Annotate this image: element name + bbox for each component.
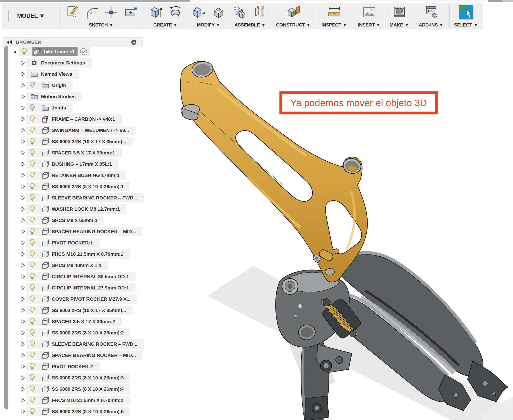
- visibility-bulb-icon[interactable]: [29, 408, 36, 415]
- select-cursor-icon[interactable]: [459, 5, 474, 20]
- tree-row[interactable]: COVER PIVOT ROCKER M27.9 X...: [3, 293, 143, 305]
- tree-row[interactable]: BUSHING – 17mm X 85L:1: [3, 158, 143, 170]
- sketch-arc-icon[interactable]: [84, 5, 99, 20]
- expander-icon[interactable]: [20, 60, 26, 66]
- expander-icon[interactable]: [20, 386, 26, 392]
- expander-icon[interactable]: [20, 240, 26, 246]
- expander-icon[interactable]: [20, 116, 26, 122]
- insert-menu[interactable]: INSERT ▼: [353, 22, 386, 28]
- sketch-rectangle-icon[interactable]: [123, 5, 138, 20]
- tree-row[interactable]: PIVOT ROCKER:2: [3, 361, 143, 372]
- expander-icon[interactable]: [20, 364, 26, 369]
- new-component-icon[interactable]: [233, 5, 248, 20]
- tree-row[interactable]: FRAME – CARBON -> v48:1: [3, 113, 143, 125]
- tree-row[interactable]: SPACER BEARING ROCKER – MID...: [3, 226, 143, 237]
- tree-row[interactable]: CIRCLIP INTERNAL 36.5mm OD:1: [3, 271, 143, 282]
- sketch-point-icon[interactable]: [103, 5, 118, 20]
- tree-row[interactable]: SWINGARM – WELDMENT -> v3...: [3, 125, 143, 136]
- visibility-bulb-icon[interactable]: [29, 374, 36, 382]
- expander-icon[interactable]: [20, 161, 26, 167]
- tree-row[interactable]: WASHER LOCK M8 12.7mm:1: [3, 203, 143, 215]
- tree-row[interactable]: Named Views: [3, 68, 143, 80]
- inspect-menu[interactable]: INSPECT ▼: [316, 22, 353, 28]
- expander-icon[interactable]: [20, 172, 26, 178]
- expander-icon[interactable]: [20, 375, 26, 381]
- measure-icon[interactable]: [327, 5, 342, 20]
- select-menu[interactable]: SELECT ▼: [449, 22, 483, 28]
- tree-row[interactable]: SS 6003 2RS (10 X 17 X 35mm)...: [3, 305, 143, 316]
- expander-icon[interactable]: [20, 251, 26, 257]
- modify-menu[interactable]: MODIFY ▼: [188, 22, 229, 28]
- expander-icon[interactable]: [20, 274, 26, 279]
- joint-icon[interactable]: [253, 5, 268, 20]
- workspace-switcher[interactable]: MODEL ▼: [2, 3, 60, 29]
- expander-icon[interactable]: [20, 105, 26, 111]
- tree-row[interactable]: SPACER 3.5 X 17 X 30mm:2: [3, 316, 143, 327]
- expander-icon[interactable]: [20, 308, 26, 313]
- visibility-bulb-icon[interactable]: [29, 194, 36, 202]
- visibility-bulb-icon[interactable]: [29, 385, 36, 393]
- visibility-bulb-icon[interactable]: [29, 307, 36, 314]
- expander-icon[interactable]: [20, 296, 26, 302]
- visibility-bulb-icon[interactable]: [29, 239, 36, 247]
- tree-row[interactable]: RETAINER BUSHING 17mm:1: [3, 170, 143, 181]
- chamfer-icon[interactable]: [211, 5, 226, 20]
- revolve-icon[interactable]: [168, 5, 183, 20]
- visibility-bulb-icon[interactable]: [29, 397, 36, 404]
- visibility-bulb-icon[interactable]: [29, 352, 36, 359]
- tree-row[interactable]: SS 6000 2RS (8 X 10 X 26mm):4: [3, 383, 143, 395]
- panel-grip-icon[interactable]: [139, 40, 142, 45]
- visibility-bulb-icon[interactable]: [29, 228, 36, 235]
- tree-row[interactable]: SHCS M8 X 65mm:1: [3, 215, 143, 226]
- tree-row[interactable]: Motion Studies: [3, 91, 143, 102]
- workspace-label[interactable]: MODEL ▼: [17, 12, 45, 19]
- tree-row[interactable]: Joints: [3, 102, 143, 113]
- visibility-bulb-icon[interactable]: [29, 205, 36, 213]
- tree-row[interactable]: SHCS M8 40mm X 1:1: [3, 260, 143, 271]
- visibility-bulb-icon[interactable]: [29, 82, 36, 89]
- visibility-bulb-icon[interactable]: [29, 273, 36, 280]
- tree-row[interactable]: PIVOT ROCKER:1: [3, 237, 143, 248]
- visibility-bulb-icon[interactable]: [29, 318, 36, 325]
- expander-icon[interactable]: [20, 82, 26, 88]
- expander-icon[interactable]: [20, 262, 26, 268]
- make-menu[interactable]: MAKE ▼: [386, 22, 413, 28]
- expander-icon[interactable]: [20, 398, 26, 403]
- scripts-add-ins-icon[interactable]: [424, 5, 439, 20]
- tree-row[interactable]: Origin: [3, 80, 143, 91]
- visibility-bulb-icon[interactable]: [29, 217, 36, 224]
- expander-icon[interactable]: [20, 319, 26, 324]
- tree-row[interactable]: SPACER BEARING ROCKER – MID...: [3, 350, 143, 361]
- visibility-bulb-icon[interactable]: [29, 340, 36, 348]
- insert-image-icon[interactable]: [362, 5, 377, 20]
- visibility-bulb-icon[interactable]: [29, 115, 36, 123]
- addins-menu[interactable]: ADD-INS ▼: [413, 22, 449, 28]
- visibility-bulb-icon[interactable]: [29, 284, 36, 292]
- tree-row[interactable]: Document Settings: [3, 57, 143, 68]
- collapse-all-icon[interactable]: [131, 40, 136, 45]
- expander-icon[interactable]: [20, 195, 26, 201]
- expander-icon[interactable]: [20, 341, 26, 347]
- tree-row[interactable]: FHCS M10 21.5mm X 0.70mm:2: [3, 395, 143, 406]
- visibility-bulb-icon[interactable]: [29, 160, 36, 168]
- tree-row[interactable]: SS 6000 2RS (8 X 10 X 26mm):3: [3, 372, 143, 383]
- panel-collapse-icon[interactable]: [7, 40, 12, 44]
- visibility-bulb-icon[interactable]: [21, 48, 28, 55]
- expander-icon[interactable]: [20, 139, 26, 144]
- extrude-icon[interactable]: [148, 5, 163, 20]
- tree-row[interactable]: SS 6000 2RS (8 X 10 X 26mm):2: [3, 327, 143, 338]
- visibility-bulb-icon[interactable]: [29, 104, 36, 112]
- tree-row[interactable]: SS 6000 2RS (8 X 10 X 26mm):1: [3, 181, 143, 192]
- expander-icon[interactable]: [20, 330, 26, 336]
- visibility-bulb-icon[interactable]: [29, 262, 36, 269]
- create-sketch-icon[interactable]: [64, 5, 79, 20]
- expander-icon[interactable]: [20, 409, 26, 414]
- tree-row[interactable]: SLEEVE BEARING ROCKER – FWD...: [3, 192, 143, 203]
- tree-row[interactable]: FHCS M10 21.5mm X 0.70mm:1: [3, 248, 143, 260]
- tree-row[interactable]: SS 6000 2RS (8 X 10 X 26mm):5: [3, 406, 143, 417]
- expander-icon[interactable]: [20, 71, 26, 77]
- tree-row[interactable]: SS 6003 2RS (10 X 17 X 35mm)...: [3, 136, 143, 147]
- press-pull-icon[interactable]: [191, 5, 206, 20]
- expander-icon[interactable]: [20, 218, 26, 223]
- tree-row[interactable]: SLEEVE BEARING ROCKER – FWD...: [3, 338, 143, 350]
